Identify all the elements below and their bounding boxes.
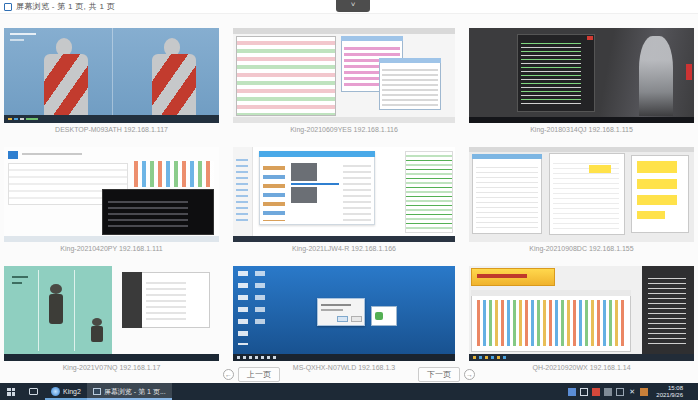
screen-tile: King-2021LJW4-R 192.168.1.166 — [233, 147, 455, 254]
thumbnail-art — [521, 40, 581, 106]
tray-icon-5[interactable] — [616, 388, 624, 396]
prev-page-button[interactable]: 上一页 — [238, 367, 280, 382]
thumbnail-art — [4, 236, 219, 242]
pagination: ← 上一页 下一页 → — [0, 367, 698, 381]
king2-app-icon — [51, 387, 60, 396]
thumbnail-art — [637, 179, 677, 189]
task-view-button[interactable] — [22, 383, 45, 400]
screen-tile: King-20210609YES 192.168.1.116 — [233, 28, 455, 135]
tray-icon-7[interactable] — [640, 388, 648, 396]
thumbnail-art — [263, 161, 285, 221]
thumbnail-art — [12, 282, 22, 284]
thumbnail-art — [351, 316, 362, 322]
arrow-left-glyph: ← — [225, 371, 232, 378]
next-page-group: 下一页 → — [418, 367, 475, 382]
tray-icon-6[interactable]: ✕ — [628, 388, 636, 396]
screen-thumbnail[interactable] — [469, 147, 694, 242]
thumbnail-art — [49, 294, 63, 324]
screen-thumbnail[interactable] — [4, 266, 219, 361]
tray-icon-1[interactable] — [568, 388, 576, 396]
screen-tile: King-20210420PY 192.168.1.111 — [4, 147, 219, 254]
thumbnail-art — [44, 54, 88, 115]
toolbar-reveal-button[interactable]: ˅ — [336, 0, 370, 12]
window-app-icon — [4, 3, 12, 11]
thumbnail-art — [236, 36, 336, 116]
thumbnail-art — [238, 271, 248, 345]
screen-caption: King-20210908DC 192.168.1.155 — [469, 245, 694, 254]
thumbnail-art — [291, 183, 339, 185]
thumbnail-art — [233, 236, 455, 242]
thumbnail-art — [259, 151, 375, 157]
screen-caption: DESKTOP-M093ATH 192.168.1.117 — [4, 126, 219, 135]
screen-tile: King-20180314QJ 192.168.1.115 — [469, 28, 694, 135]
arrow-left-icon[interactable]: ← — [223, 369, 234, 380]
thumbnail-art — [237, 356, 277, 359]
thumbnail-art — [337, 316, 348, 322]
tray-icon-4[interactable] — [604, 388, 612, 396]
screen-thumbnail[interactable] — [469, 28, 694, 123]
thumbnail-art — [92, 318, 102, 326]
screen-tile: QH-20210920WX 192.168.1.14 — [469, 266, 694, 373]
tray-icon-2[interactable] — [580, 388, 588, 396]
thumbnail-art — [375, 312, 383, 320]
thumbnail-art — [686, 64, 692, 80]
king2-app-label: King2 — [63, 388, 81, 395]
thumbnail-art — [343, 161, 371, 221]
thumbnail-art — [236, 155, 248, 221]
thumbnail-art — [382, 66, 438, 106]
start-button[interactable] — [0, 383, 22, 400]
thumbnail-art — [477, 274, 527, 278]
screen-caption: King-20210609YES 192.168.1.116 — [233, 126, 455, 135]
screen-thumbnail[interactable] — [233, 266, 455, 361]
prev-page-group: ← 上一页 — [223, 367, 280, 382]
task-view-icon — [29, 388, 38, 395]
screen-tile: MS-QXHX-N07WLD 192.168.1.3 — [233, 266, 455, 373]
thumbnail-art — [112, 28, 113, 115]
thumbnail-art — [10, 33, 36, 35]
screen-thumbnail[interactable] — [4, 147, 219, 242]
thumbnail-art — [233, 28, 455, 34]
arrow-right-icon[interactable]: → — [464, 369, 475, 380]
thumbnail-art — [472, 154, 542, 159]
taskbar: King2 屏幕浏览 - 第 1 页... ✕ 15:08 2021/9/26 — [0, 383, 698, 400]
screen-thumbnail[interactable] — [233, 28, 455, 123]
taskbar-app-king2[interactable]: King2 — [45, 383, 87, 400]
thumbnail-art — [152, 54, 196, 115]
thumbnail-art — [473, 356, 507, 359]
tray-icon-3[interactable] — [592, 388, 600, 396]
thumbnail-art — [637, 195, 677, 205]
thumbnail-art — [639, 36, 673, 116]
thumbnail-art — [476, 163, 538, 229]
screen-caption: King-20210420PY 192.168.1.111 — [4, 245, 219, 254]
thumbnail-art — [637, 161, 677, 173]
thumbnail-art — [4, 354, 219, 361]
screen-grid: DESKTOP-M093ATH 192.168.1.117 King-20210… — [4, 14, 694, 373]
chevron-down-icon: ˅ — [351, 0, 356, 9]
thumbnail-art — [8, 118, 38, 120]
thumbnail-art — [637, 211, 665, 219]
thumbnail-art — [291, 187, 317, 203]
screen-caption: King-2021LJW4-R 192.168.1.166 — [233, 245, 455, 254]
thumbnail-art — [12, 276, 28, 278]
thumbnail-art — [469, 117, 694, 123]
system-tray: ✕ 15:08 2021/9/26 — [568, 383, 698, 400]
thumbnail-art — [22, 153, 82, 155]
thumbnail-art — [134, 161, 214, 187]
thumbnail-art — [587, 36, 593, 40]
screen-caption: King-20180314QJ 192.168.1.115 — [469, 126, 694, 135]
thumbnail-art — [341, 36, 403, 41]
thumbnail-art — [291, 163, 317, 181]
taskbar-app-screen-browse[interactable]: 屏幕浏览 - 第 1 页... — [87, 383, 172, 400]
thumbnail-art — [648, 274, 686, 344]
next-page-button[interactable]: 下一页 — [418, 367, 460, 382]
thumbnail-art — [50, 284, 62, 294]
screen-tile: King-20210908DC 192.168.1.155 — [469, 147, 694, 254]
screen-thumbnail[interactable] — [233, 147, 455, 242]
taskbar-clock[interactable]: 15:08 2021/9/26 — [652, 385, 687, 399]
thumbnail-art — [321, 309, 343, 311]
screen-thumbnail[interactable] — [4, 28, 219, 123]
clock-time: 15:08 — [656, 385, 683, 392]
thumbnail-art — [471, 290, 631, 296]
screen-tile: King-2021V07NQ 192.168.1.17 — [4, 266, 219, 373]
screen-thumbnail[interactable] — [469, 266, 694, 361]
